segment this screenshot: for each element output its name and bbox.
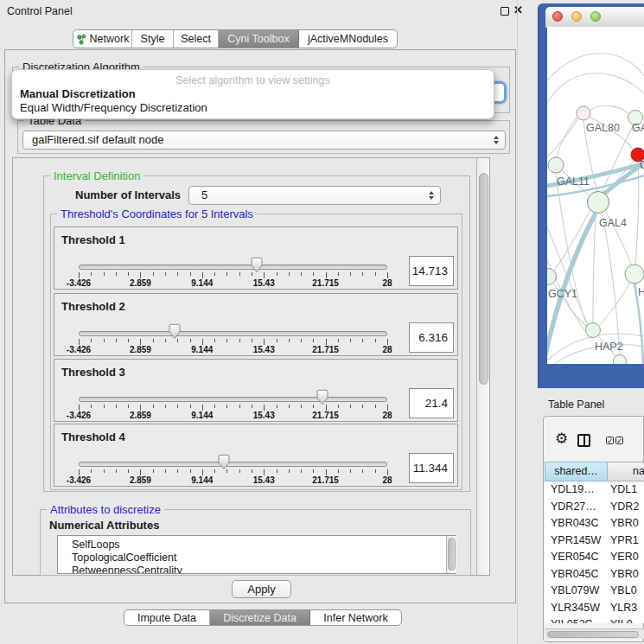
slider-thumb[interactable] (316, 389, 329, 405)
table-row[interactable]: YPR145WYPR1 (545, 532, 644, 550)
slider-tick (140, 405, 141, 411)
slider-tick (375, 272, 376, 276)
slider-tick (116, 469, 117, 473)
network-node[interactable] (625, 265, 644, 284)
column-header-name[interactable]: na (608, 462, 644, 481)
slider-track[interactable] (79, 331, 387, 336)
slider-track[interactable] (79, 265, 387, 270)
slider-tick (239, 405, 240, 408)
table-row[interactable]: YDL19…YDL1 (545, 481, 644, 499)
num-intervals-spinner[interactable]: 5 (188, 186, 441, 205)
vertical-scrollbar[interactable] (476, 158, 489, 575)
close-icon[interactable]: ✕ (513, 3, 523, 16)
slider-tick-label: 28 (366, 278, 409, 288)
network-canvas[interactable]: GAL80GACGAL11GAL4GCY1HHAP2 (547, 27, 644, 364)
slider-track[interactable] (79, 397, 387, 402)
tab-style[interactable]: Style (132, 30, 174, 48)
tab-select[interactable]: Select (174, 30, 219, 48)
network-node[interactable] (588, 192, 609, 214)
apply-button[interactable]: Apply (232, 580, 291, 598)
close-traffic-light[interactable] (552, 11, 563, 22)
table-row[interactable]: YBL079WYBL0 (545, 583, 644, 600)
minimize-traffic-light[interactable] (571, 11, 582, 22)
network-node-label: GCY1 (548, 288, 577, 300)
slider-tick (239, 469, 240, 473)
float-window-icon[interactable] (501, 7, 509, 16)
popup-option-equal-width[interactable]: Equal Width/Frequency Discretization (15, 100, 213, 115)
attributes-group-title: Attributes to discretize (47, 503, 164, 516)
attributes-list-scrollbar-thumb[interactable] (448, 538, 456, 571)
slider-thumb[interactable] (250, 257, 264, 273)
numeric-attribute-item[interactable]: SelfLoops (58, 539, 456, 552)
threshold-value-field[interactable]: 6.316 (409, 322, 454, 353)
tab-cyni-toolbox-label: Cyni Toolbox (227, 33, 289, 45)
tab-impute-data[interactable]: Impute Data (124, 610, 210, 625)
tab-jactivemnodules-label: jActiveMNodules (308, 33, 388, 45)
network-node-label: GA (632, 122, 644, 134)
slider-tick-label: -3.426 (57, 278, 100, 288)
attributes-list-scrollbar[interactable] (446, 536, 456, 573)
table-hscrollbar-thumb[interactable] (547, 631, 639, 638)
split-columns-icon[interactable] (577, 434, 590, 447)
table-row[interactable]: YIL052CYIL0 (545, 616, 644, 623)
popup-option-manual[interactable]: Manual Discretization (15, 86, 141, 101)
threshold-value-field[interactable]: 11.344 (409, 453, 454, 483)
tab-discretize-data[interactable]: Discretize Data (210, 610, 310, 625)
network-node[interactable] (614, 355, 627, 365)
slider-tick (326, 405, 327, 411)
slider-tick (140, 272, 141, 278)
slider-tick (153, 339, 154, 342)
cell-name: YLR3 (610, 600, 637, 617)
cell-shared-name: YER054C (551, 549, 599, 566)
table-row[interactable]: YLR345WYLR3 (545, 600, 644, 617)
slider-thumb[interactable] (217, 454, 231, 470)
numeric-attribute-item[interactable]: BetweennessCentrality (58, 564, 456, 574)
table-hscrollbar[interactable] (545, 628, 644, 639)
slider-tick (252, 339, 252, 342)
network-edge (593, 214, 596, 322)
slider-tick (177, 469, 178, 473)
slider-tick (362, 272, 363, 276)
threshold-panel: Threshold 2-3.4262.8599.14415.4321.71528… (54, 293, 458, 356)
slider-tick (79, 339, 80, 345)
slider-tick (177, 405, 178, 408)
slider-tick (128, 339, 129, 342)
slider-track[interactable] (79, 462, 387, 467)
numeric-attribute-item[interactable]: TopologicalCoefficient (58, 552, 456, 564)
tab-cyni-toolbox[interactable]: Cyni Toolbox (219, 30, 299, 48)
zoom-traffic-light[interactable] (590, 11, 601, 22)
table-row[interactable]: YDR27…YDR2 (545, 499, 644, 516)
table-data-combo[interactable]: galFiltered.sif default node (22, 131, 506, 150)
tab-network[interactable]: Network (73, 30, 132, 48)
column-header-shared-name[interactable]: shared… (545, 462, 608, 481)
network-node-label: HAP2 (595, 341, 623, 353)
slider-tick (277, 469, 277, 473)
threshold-value-field[interactable]: 21.4 (409, 388, 454, 418)
tab-jactivemnodules[interactable]: jActiveMNodules (299, 30, 397, 48)
network-window-titlebar[interactable] (545, 7, 644, 28)
numerical-attributes-list[interactable]: SelfLoopsTopologicalCoefficientBetweenne… (57, 535, 456, 574)
vertical-scrollbar-thumb[interactable] (479, 173, 488, 385)
table-row[interactable]: YBR045CYBR0 (545, 566, 644, 583)
tab-impute-data-label: Impute Data (137, 612, 196, 624)
slider-tick (104, 272, 105, 276)
table-row[interactable]: YER054CYER0 (545, 549, 644, 566)
gear-icon[interactable]: ⚙ (555, 431, 568, 446)
slider-tick (202, 405, 203, 411)
checkbox-icon-1[interactable]: ✓ (606, 437, 614, 444)
network-node[interactable] (577, 106, 590, 120)
checkbox-icon-2[interactable]: ✓ (615, 437, 623, 444)
top-tab-bar: Network Style Select Cyni Toolbox jActiv… (73, 29, 398, 48)
threshold-value-field[interactable]: 14.713 (409, 256, 454, 286)
network-node[interactable] (547, 269, 557, 285)
slider-tick (104, 405, 105, 408)
table-row[interactable]: YBR043CYBR0 (545, 515, 644, 532)
slider-tick-label: 9.144 (181, 345, 224, 354)
slider-tick (190, 405, 191, 408)
slider-tick (326, 339, 327, 345)
tab-infer-network[interactable]: Infer Network (310, 610, 401, 625)
network-node[interactable] (586, 323, 601, 338)
network-node[interactable] (548, 157, 564, 173)
slider-thumb[interactable] (168, 323, 182, 340)
slider-tick-label: -3.426 (57, 345, 100, 354)
